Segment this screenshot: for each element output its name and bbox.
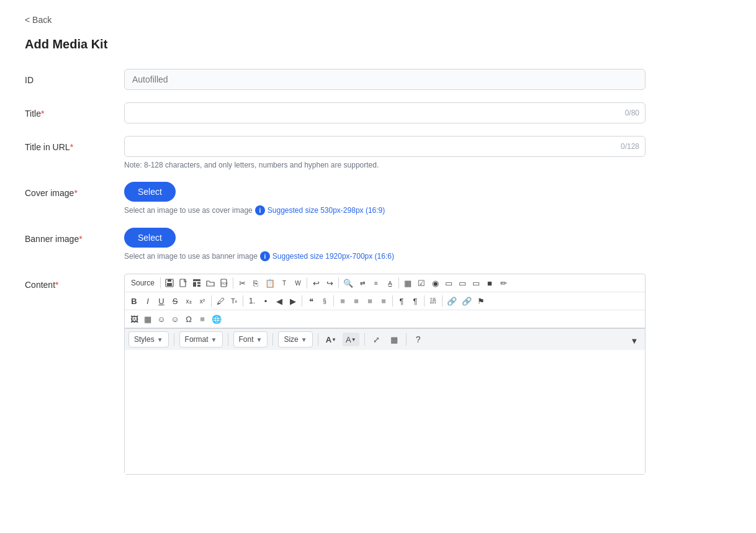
paste-button[interactable]: 📋 — [263, 276, 277, 290]
blocks-button[interactable]: ▦ — [387, 333, 401, 346]
bold-button[interactable]: B — [127, 294, 141, 308]
banner-image-label: Banner image* — [25, 228, 124, 244]
link-button[interactable]: 🔗 — [444, 294, 459, 308]
textfield-button[interactable]: ▭ — [442, 276, 456, 290]
toolbar-rows-wrapper: Source — [125, 274, 645, 328]
styles-dropdown[interactable]: Styles ▼ — [128, 331, 169, 347]
id-input[interactable] — [124, 69, 646, 90]
find-button[interactable]: 🔍 — [341, 276, 356, 290]
subscript-button[interactable]: x₂ — [182, 294, 196, 308]
title-label: Title* — [25, 102, 124, 119]
radio-button[interactable]: ◉ — [428, 276, 442, 290]
undo-button[interactable]: ↩ — [309, 276, 323, 290]
banner-image-hint: Select an image to use as banner image i… — [124, 251, 646, 261]
new-page-button[interactable] — [176, 276, 190, 290]
resize-button[interactable]: ▼ — [628, 334, 641, 347]
outdent-button[interactable]: ◀ — [272, 294, 286, 308]
title-row: Title* 0/80 — [25, 102, 731, 123]
format-dropdown[interactable]: Format ▼ — [179, 331, 223, 347]
spellcheck-button[interactable]: A̲ — [383, 276, 397, 290]
creatediv-button[interactable]: § — [318, 294, 331, 308]
image-map-button[interactable]: ✏ — [497, 276, 510, 290]
copy-button[interactable]: ⎘ — [249, 276, 263, 290]
omega-button[interactable]: Ω — [182, 312, 196, 326]
id-label: ID — [25, 69, 124, 85]
table-button[interactable]: ▦ — [401, 276, 415, 290]
svg-rect-5 — [193, 282, 196, 287]
checkbox-button[interactable]: ☑ — [415, 276, 428, 290]
svg-rect-2 — [167, 283, 172, 286]
bg-color-button[interactable]: A▼ — [343, 333, 359, 346]
language-button[interactable]: 語 — [426, 294, 440, 308]
svg-rect-7 — [197, 285, 200, 287]
sep10 — [392, 295, 393, 307]
font-dropdown[interactable]: Font ▼ — [233, 331, 268, 347]
align-left-button[interactable]: ≡ — [336, 294, 349, 308]
table2-button[interactable]: ▦ — [141, 312, 155, 326]
templates-button[interactable] — [190, 276, 204, 290]
align-center-button[interactable]: ≡ — [349, 294, 363, 308]
cover-image-select-button[interactable]: Select — [124, 182, 176, 202]
banner-image-select-button[interactable]: Select — [124, 228, 176, 248]
rtl-button[interactable]: ¶ — [408, 294, 422, 308]
content-row: Content* Source — [25, 274, 731, 475]
select-button[interactable]: ▭ — [469, 276, 483, 290]
export-pdf-button[interactable]: PDF — [217, 276, 231, 290]
banner-image-info-icon: i — [260, 251, 270, 261]
special-char-button[interactable]: ☺ — [168, 312, 182, 326]
title-url-input[interactable] — [124, 136, 646, 157]
maximize-button[interactable]: ⤢ — [370, 333, 384, 346]
title-field: 0/80 — [124, 102, 646, 123]
textarea-button[interactable]: ▭ — [456, 276, 469, 290]
horizontalrule-button[interactable]: ≡ — [196, 312, 209, 326]
svg-rect-6 — [197, 282, 200, 284]
save-button[interactable] — [163, 276, 176, 290]
size-dropdown[interactable]: Size ▼ — [278, 331, 312, 347]
sep11 — [424, 295, 425, 307]
sep7 — [243, 295, 243, 307]
smiley-button[interactable]: ☺ — [155, 312, 168, 326]
editor-body[interactable] — [125, 350, 645, 474]
indent-button[interactable]: ▶ — [286, 294, 300, 308]
redo-button[interactable]: ↪ — [323, 276, 336, 290]
size-arrow: ▼ — [301, 336, 307, 343]
find-replace-button[interactable]: ⇄ — [356, 276, 369, 290]
iframe-button[interactable]: 🌐 — [209, 312, 224, 326]
select-all-button[interactable]: ≡ — [369, 276, 383, 290]
cover-image-info-icon: i — [255, 205, 265, 215]
superscript-button[interactable]: x² — [196, 294, 209, 308]
title-input[interactable] — [124, 102, 646, 123]
unlink-button[interactable]: 🔗 — [459, 294, 474, 308]
svg-rect-3 — [180, 279, 186, 287]
cover-image-row: Cover image* Select Select an image to u… — [25, 182, 731, 215]
cover-image-label: Cover image* — [25, 182, 124, 198]
ordered-list-button[interactable]: 1. — [245, 294, 259, 308]
help-button[interactable]: ? — [412, 333, 425, 346]
cover-image-hint: Select an image to use as cover image i … — [124, 205, 646, 215]
unordered-list-button[interactable]: • — [259, 294, 272, 308]
button-button[interactable]: ■ — [483, 276, 497, 290]
sep-bottom5 — [364, 333, 365, 346]
title-url-row: Title in URL* 0/128 Note: 8-128 characte… — [25, 136, 731, 169]
ltr-button[interactable]: ¶ — [395, 294, 408, 308]
align-right-button[interactable]: ≡ — [363, 294, 377, 308]
anchor-button[interactable]: ⚑ — [474, 294, 488, 308]
paste-word-button[interactable]: W — [291, 276, 305, 290]
strikethrough-button[interactable]: S — [168, 294, 182, 308]
blockquote-button[interactable]: ❝ — [304, 294, 318, 308]
image-button[interactable]: 🖼 — [127, 312, 141, 326]
format-paint-button[interactable]: 🖊 — [214, 294, 227, 308]
open-button[interactable] — [204, 276, 217, 290]
cut-button[interactable]: ✂ — [235, 276, 249, 290]
paste-text-button[interactable]: T — [277, 276, 291, 290]
remove-format-button[interactable]: Tx — [227, 294, 241, 308]
styles-label: Styles — [134, 335, 155, 344]
id-row: ID — [25, 69, 731, 90]
align-justify-button[interactable]: ≡ — [377, 294, 390, 308]
back-link[interactable]: < Back — [25, 15, 52, 25]
italic-button[interactable]: I — [141, 294, 155, 308]
title-url-input-wrapper: 0/128 — [124, 136, 646, 157]
source-button[interactable]: Source — [127, 276, 158, 290]
font-color-button[interactable]: A▼ — [323, 333, 339, 346]
underline-button[interactable]: U — [155, 294, 168, 308]
